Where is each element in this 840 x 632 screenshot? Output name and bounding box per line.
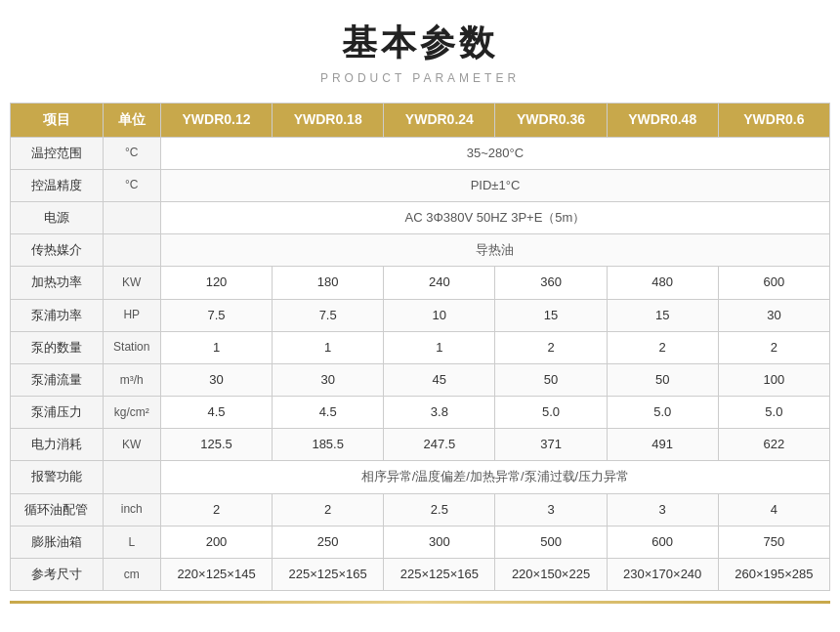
row-label-12: 膨胀油箱 — [11, 526, 104, 558]
row-unit-5: HP — [103, 299, 160, 331]
row-label-5: 泵浦功率 — [11, 299, 104, 331]
row-unit-12: L — [103, 526, 160, 558]
row-cell-12-0: 200 — [160, 526, 272, 558]
column-header-5: YWDR0.36 — [495, 104, 607, 138]
row-cell-11-1: 2 — [273, 493, 384, 526]
row-cell-6-5: 2 — [718, 331, 829, 363]
row-cell-12-1: 250 — [273, 526, 384, 558]
row-unit-3 — [103, 234, 160, 267]
title-en: PRODUCT PARAMETER — [320, 71, 520, 85]
row-cell-8-1: 4.5 — [273, 397, 384, 429]
row-cell-4-0: 120 — [160, 267, 272, 299]
row-cell-8-3: 5.0 — [495, 397, 607, 429]
row-cell-13-5: 260×195×285 — [718, 559, 829, 591]
table-row: 温控范围°C35~280°C — [11, 137, 830, 169]
row-cell-9-5: 622 — [718, 429, 829, 461]
row-cell-13-2: 225×125×165 — [384, 559, 495, 591]
row-cell-7-0: 30 — [160, 363, 272, 396]
column-header-6: YWDR0.48 — [607, 104, 718, 138]
row-label-7: 泵浦流量 — [11, 363, 104, 396]
row-span-value-0: 35~280°C — [160, 137, 829, 169]
row-label-9: 电力消耗 — [11, 429, 104, 461]
row-cell-6-4: 2 — [607, 331, 718, 363]
row-unit-13: cm — [103, 559, 160, 591]
row-cell-12-5: 750 — [718, 526, 829, 558]
row-cell-7-5: 100 — [718, 363, 829, 396]
table-row: 泵的数量Station111222 — [11, 331, 830, 363]
table-row: 膨胀油箱L200250300500600750 — [11, 526, 830, 558]
table-row: 报警功能相序异常/温度偏差/加热异常/泵浦过载/压力异常 — [11, 461, 830, 493]
row-cell-8-5: 5.0 — [718, 397, 829, 429]
table-row: 参考尺寸cm220×125×145225×125×165225×125×1652… — [11, 559, 830, 591]
table-row: 电源AC 3Φ380V 50HZ 3P+E（5m） — [11, 201, 830, 233]
row-span-value-2: AC 3Φ380V 50HZ 3P+E（5m） — [160, 201, 829, 233]
row-cell-5-3: 15 — [495, 299, 607, 331]
table-row: 传热媒介导热油 — [11, 234, 830, 267]
column-header-7: YWDR0.6 — [718, 104, 829, 138]
row-label-2: 电源 — [11, 201, 104, 233]
row-cell-13-3: 220×150×225 — [495, 559, 607, 591]
row-cell-13-1: 225×125×165 — [273, 559, 384, 591]
row-unit-2 — [103, 201, 160, 233]
table-row: 循环油配管inch222.5334 — [11, 493, 830, 526]
row-cell-7-2: 45 — [384, 363, 495, 396]
column-header-1: 单位 — [103, 104, 160, 138]
row-unit-9: KW — [103, 429, 160, 461]
row-span-value-3: 导热油 — [160, 234, 829, 267]
row-cell-4-3: 360 — [495, 267, 607, 299]
row-unit-8: kg/cm² — [103, 397, 160, 429]
row-label-0: 温控范围 — [11, 137, 104, 169]
row-cell-5-4: 15 — [607, 299, 718, 331]
row-unit-0: °C — [103, 137, 160, 169]
table-row: 泵浦流量m³/h3030455050100 — [11, 363, 830, 396]
table-row: 电力消耗KW125.5185.5247.5371491622 — [11, 429, 830, 461]
row-cell-9-2: 247.5 — [384, 429, 495, 461]
row-label-1: 控温精度 — [11, 169, 104, 201]
row-unit-11: inch — [103, 493, 160, 526]
row-unit-4: KW — [103, 267, 160, 299]
row-cell-9-1: 185.5 — [273, 429, 384, 461]
row-cell-8-4: 5.0 — [607, 397, 718, 429]
row-cell-9-3: 371 — [495, 429, 607, 461]
row-span-value-10: 相序异常/温度偏差/加热异常/泵浦过载/压力异常 — [160, 461, 829, 493]
row-cell-12-4: 600 — [607, 526, 718, 558]
parameter-table: 项目单位YWDR0.12YWDR0.18YWDR0.24YWDR0.36YWDR… — [10, 103, 830, 591]
row-cell-4-1: 180 — [273, 267, 384, 299]
row-label-13: 参考尺寸 — [11, 559, 104, 591]
bottom-line — [10, 601, 830, 604]
table-row: 加热功率KW120180240360480600 — [11, 267, 830, 299]
column-header-2: YWDR0.12 — [160, 104, 272, 138]
title-zh: 基本参数 — [342, 20, 498, 67]
row-unit-7: m³/h — [103, 363, 160, 396]
row-cell-4-5: 600 — [718, 267, 829, 299]
row-label-11: 循环油配管 — [11, 493, 104, 526]
row-cell-11-2: 2.5 — [384, 493, 495, 526]
row-cell-5-5: 30 — [718, 299, 829, 331]
row-cell-6-1: 1 — [273, 331, 384, 363]
table-row: 泵浦功率HP7.57.510151530 — [11, 299, 830, 331]
column-header-0: 项目 — [11, 104, 104, 138]
row-label-8: 泵浦压力 — [11, 397, 104, 429]
table-row: 泵浦压力kg/cm²4.54.53.85.05.05.0 — [11, 397, 830, 429]
row-label-4: 加热功率 — [11, 267, 104, 299]
row-cell-6-3: 2 — [495, 331, 607, 363]
row-cell-4-4: 480 — [607, 267, 718, 299]
row-cell-12-2: 300 — [384, 526, 495, 558]
row-unit-10 — [103, 461, 160, 493]
row-cell-5-2: 10 — [384, 299, 495, 331]
row-label-3: 传热媒介 — [11, 234, 104, 267]
row-cell-13-0: 220×125×145 — [160, 559, 272, 591]
row-cell-11-5: 4 — [718, 493, 829, 526]
row-cell-7-3: 50 — [495, 363, 607, 396]
row-label-6: 泵的数量 — [11, 331, 104, 363]
row-unit-1: °C — [103, 169, 160, 201]
row-label-10: 报警功能 — [11, 461, 104, 493]
row-cell-9-0: 125.5 — [160, 429, 272, 461]
row-cell-11-0: 2 — [160, 493, 272, 526]
column-header-3: YWDR0.18 — [273, 104, 384, 138]
row-cell-7-1: 30 — [273, 363, 384, 396]
row-span-value-1: PID±1°C — [160, 169, 829, 201]
row-cell-6-2: 1 — [384, 331, 495, 363]
row-cell-6-0: 1 — [160, 331, 272, 363]
column-header-4: YWDR0.24 — [384, 104, 495, 138]
